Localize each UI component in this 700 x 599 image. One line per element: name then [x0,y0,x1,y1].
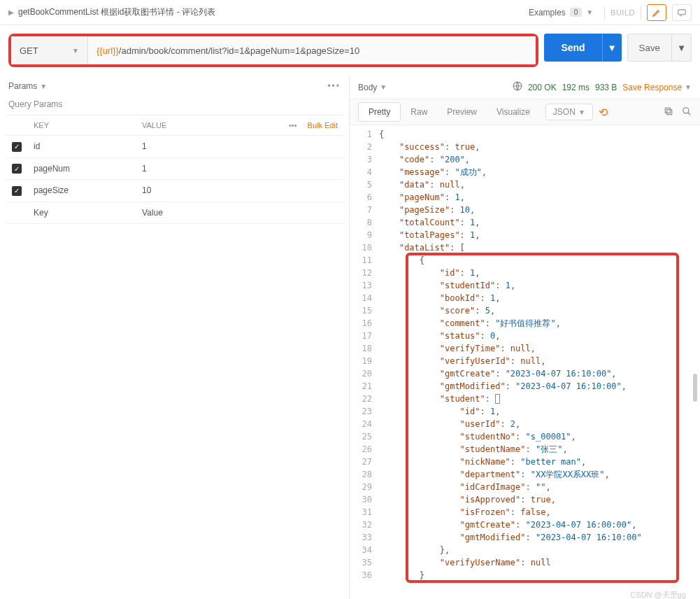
param-value[interactable]: 1 [136,136,343,158]
build-label: BUILD [610,8,635,17]
format-select[interactable]: JSON ▼ [545,104,593,120]
svg-point-4 [683,107,689,113]
tab-visualize[interactable]: Visualize [487,103,540,121]
key-placeholder[interactable]: Key [28,202,136,223]
save-response-dropdown[interactable]: Save Response ▼ [622,83,692,92]
overview-marker [693,374,697,402]
params-tab[interactable]: Params [8,81,37,91]
bulk-edit-link[interactable]: Bulk Edit [308,121,338,129]
svg-rect-0 [678,9,686,14]
query-params-label: Query Params [6,97,343,115]
value-placeholder[interactable]: Value [136,202,343,223]
send-button[interactable]: Send [544,34,601,62]
param-key[interactable]: pageSize [28,180,136,202]
table-row[interactable]: ✓ id 1 [6,136,343,158]
status-code: 200 OK [528,83,557,92]
tab-pretty[interactable]: Pretty [358,102,401,122]
globe-icon[interactable] [513,81,522,93]
param-value[interactable]: 1 [136,157,343,180]
watermark: CSDN @天罡gg [630,590,686,599]
comment-icon[interactable] [672,4,692,21]
save-dropdown[interactable]: ▼ [672,34,692,62]
checkbox-icon[interactable]: ✓ [12,164,22,174]
url-variable: {{url}} [97,45,119,56]
url-path: /admin/book/comment/list?id=1&pageNum=1&… [119,45,359,56]
examples-count: 0 [570,8,583,17]
caret-right-icon[interactable]: ▶ [8,8,14,16]
more-options-icon[interactable]: ••• [327,81,341,91]
response-body[interactable]: { "success": true, "code": "200", "messa… [379,128,700,582]
method-value: GET [20,45,38,56]
chevron-down-icon: ▼ [685,83,692,91]
examples-dropdown[interactable]: Examples 0 ▼ [523,5,599,20]
edit-icon[interactable] [647,4,666,21]
table-row[interactable]: ✓ pageSize 10 [6,180,343,202]
table-row[interactable]: ✓ pageNum 1 [6,157,343,180]
params-table: KEY VALUE ••• Bulk Edit ✓ id 1✓ pageNum … [6,115,343,224]
chevron-down-icon: ▼ [40,83,47,90]
key-header: KEY [28,115,136,136]
param-value[interactable]: 10 [136,180,343,202]
svg-rect-2 [667,109,672,114]
send-dropdown[interactable]: ▼ [602,34,622,62]
examples-label: Examples [529,8,566,17]
save-button[interactable]: Save [627,34,672,62]
response-size: 933 B [595,83,617,92]
column-options-icon[interactable]: ••• [289,121,297,129]
tab-preview[interactable]: Preview [437,103,487,121]
url-input[interactable]: {{url}}/admin/book/comment/list?id=1&pag… [88,36,536,64]
url-bar-highlight: GET ▼ {{url}}/admin/book/comment/list?id… [8,34,538,67]
method-select[interactable]: GET ▼ [11,36,88,64]
body-tab[interactable]: Body ▼ [358,83,387,92]
chevron-down-icon: ▼ [72,47,79,55]
svg-rect-3 [665,108,670,113]
tab-raw[interactable]: Raw [401,103,437,121]
chevron-down-icon: ▼ [578,108,585,116]
wrap-lines-icon[interactable]: ⟲ [599,106,608,119]
checkbox-icon[interactable]: ✓ [12,186,22,196]
checkbox-icon[interactable]: ✓ [12,142,22,152]
param-key[interactable]: id [28,136,136,158]
param-key[interactable]: pageNum [28,157,136,180]
table-row-empty[interactable]: Key Value [6,202,343,223]
copy-icon[interactable] [664,106,673,118]
chevron-down-icon: ▼ [380,83,387,91]
value-header: VALUE [136,115,214,136]
chevron-down-icon: ▼ [586,8,593,16]
search-icon[interactable] [682,106,692,118]
response-time: 192 ms [562,83,590,92]
request-title: getBookCommentList 根据id获取图书详情 - 评论列表 [18,6,215,18]
